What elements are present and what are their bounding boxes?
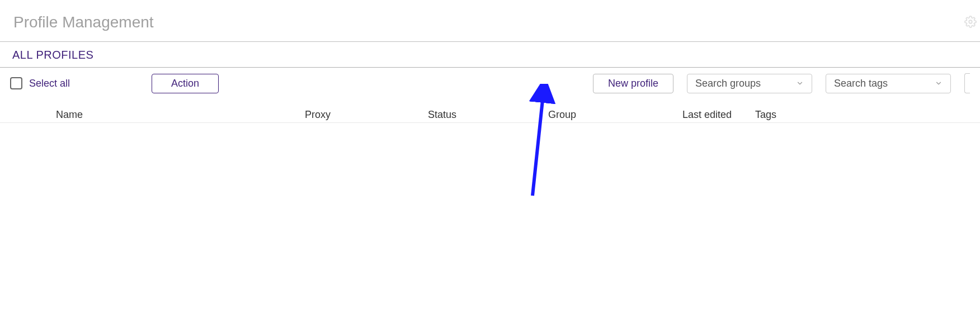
new-profile-button[interactable]: New profile xyxy=(593,74,673,93)
column-header-status[interactable]: Status xyxy=(428,109,456,121)
column-header-group[interactable]: Group xyxy=(548,109,576,121)
partial-control-edge[interactable] xyxy=(964,73,970,93)
table-header-row: Name Proxy Status Group Last edited Tags xyxy=(0,99,980,123)
column-header-last-edited[interactable]: Last edited xyxy=(682,109,732,121)
chevron-down-icon xyxy=(796,79,804,87)
chevron-down-icon xyxy=(935,79,943,87)
svg-point-0 xyxy=(969,20,972,23)
settings-icon[interactable] xyxy=(964,16,977,28)
search-groups-dropdown[interactable]: Search groups xyxy=(687,74,812,93)
search-groups-label: Search groups xyxy=(695,78,761,89)
column-header-tags[interactable]: Tags xyxy=(755,109,776,121)
column-header-name[interactable]: Name xyxy=(56,109,83,121)
page-title: Profile Management xyxy=(0,0,980,41)
select-all-checkbox-wrap[interactable]: Select all xyxy=(10,77,70,89)
toolbar: Select all Action New profile Search gro… xyxy=(0,68,980,99)
column-header-proxy[interactable]: Proxy xyxy=(305,109,331,121)
search-tags-label: Search tags xyxy=(834,78,888,89)
section-header: ALL PROFILES xyxy=(0,42,980,67)
search-tags-dropdown[interactable]: Search tags xyxy=(826,74,951,93)
select-all-checkbox[interactable] xyxy=(10,77,22,89)
action-button[interactable]: Action xyxy=(152,74,219,93)
select-all-label: Select all xyxy=(29,78,70,89)
